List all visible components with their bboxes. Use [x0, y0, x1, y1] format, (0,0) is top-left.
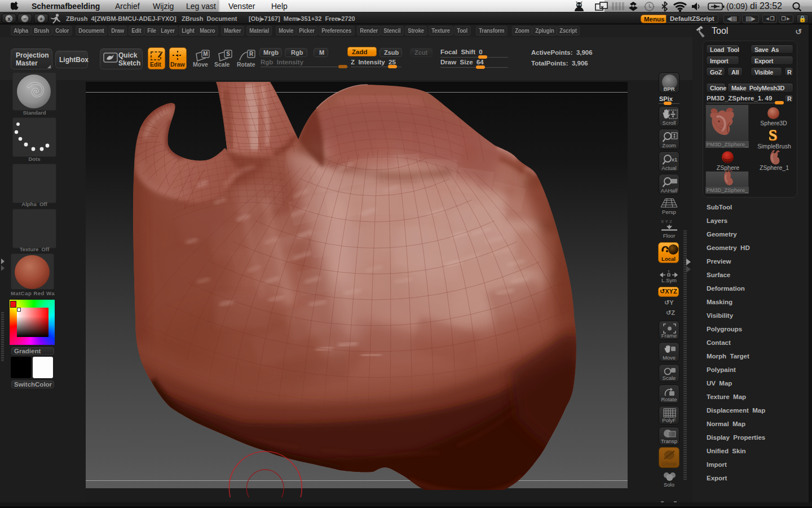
svg-text:R: R [249, 51, 254, 57]
svg-text:M: M [203, 51, 208, 57]
svg-text:S: S [226, 51, 230, 57]
svg-text:x1: x1 [672, 157, 677, 163]
svg-text:S: S [769, 128, 778, 143]
